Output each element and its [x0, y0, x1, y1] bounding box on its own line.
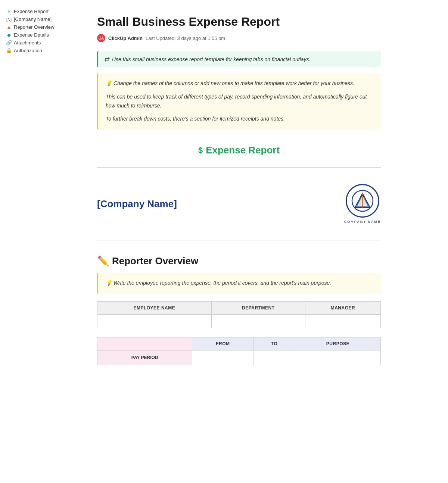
main-content: Small Business Expense Report CA ClickUp…	[67, 0, 403, 483]
company-name: [Company Name]	[97, 198, 177, 210]
reporter-hint-box: 💡 Write the employee reporting the expen…	[97, 273, 381, 294]
company-icon: [N]	[6, 17, 12, 22]
employee-table-data-row	[97, 314, 381, 328]
lightbulb-icon: 💡	[106, 80, 112, 86]
divider-1	[97, 167, 381, 168]
reporter-hint-text: 💡 Write the employee reporting the expen…	[106, 279, 373, 288]
cell-manager[interactable]	[305, 314, 380, 328]
pencil-icon: ▲	[6, 24, 12, 30]
divider-2	[97, 240, 381, 240]
pay-period-data-row: PAY PERIOD	[97, 350, 381, 365]
swap-icon: ⇄	[104, 56, 109, 63]
sidebar-item-reporter-overview[interactable]: ▲ Reporter Overview	[6, 23, 61, 31]
yellow-info-box: 💡 Change the names of the columns or add…	[97, 73, 381, 130]
col-to: TO	[253, 337, 295, 350]
reporter-heading: ✏️ Reporter Overview	[97, 255, 381, 267]
diamond-icon: ◆	[6, 32, 12, 38]
logo-svg	[351, 190, 374, 212]
pay-period-table: FROM TO PURPOSE PAY PERIOD	[97, 337, 381, 365]
page-title: Small Business Expense Report	[97, 15, 381, 29]
sidebar-item-expense-report[interactable]: $ Expense Report	[6, 7, 61, 15]
last-updated: Last Updated: 3 days ago at 1:55 pm	[146, 35, 225, 41]
logo-circle	[346, 184, 379, 218]
yellow-para-1: 💡 Change the names of the columns or add…	[106, 79, 373, 88]
company-section: [Company Name] COMPANY NAME	[97, 177, 381, 231]
green-info-text: Use this small business expense report t…	[112, 56, 311, 62]
avatar: CA	[97, 34, 105, 42]
sidebar-item-attachments[interactable]: 🔗 Attachments	[6, 39, 61, 47]
dollar-icon: $	[6, 9, 12, 14]
company-logo: COMPANY NAME	[344, 184, 381, 224]
author-name: ClickUp Admin	[108, 35, 143, 41]
yellow-para-3: To further break down costs, there's a s…	[106, 115, 373, 124]
green-info-box: ⇄ Use this small business expense report…	[97, 51, 381, 67]
meta-row: CA ClickUp Admin Last Updated: 3 days ag…	[97, 34, 381, 42]
cell-purpose[interactable]	[295, 350, 380, 365]
link-icon: 🔗	[6, 40, 12, 46]
cell-employee-name[interactable]	[97, 314, 212, 328]
sidebar-item-expense-details[interactable]: ◆ Expense Details	[6, 31, 61, 39]
cell-from[interactable]	[192, 350, 253, 365]
col-employee-name: EMPLOYEE NAME	[97, 301, 212, 314]
sidebar-item-company-name[interactable]: [N] [Company Name]	[6, 15, 61, 23]
col-manager: MANAGER	[305, 301, 380, 314]
section-dollar-icon: $	[198, 146, 203, 155]
pay-period-header-row: FROM TO PURPOSE	[97, 337, 381, 350]
expense-report-heading: $ Expense Report	[97, 144, 381, 156]
employee-table-header-row: EMPLOYEE NAME DEPARTMENT MANAGER	[97, 301, 381, 314]
logo-text: COMPANY NAME	[344, 220, 381, 224]
cell-pay-period: PAY PERIOD	[97, 350, 192, 365]
lock-icon: 🔒	[6, 48, 12, 53]
sidebar-item-authorization[interactable]: 🔒 Authorization	[6, 47, 61, 54]
col-department: DEPARTMENT	[211, 301, 305, 314]
yellow-para-2: This can be used to keep track of differ…	[106, 93, 373, 110]
cell-to[interactable]	[253, 350, 295, 365]
col-from: FROM	[192, 337, 253, 350]
cell-department[interactable]	[211, 314, 305, 328]
sidebar: $ Expense Report [N] [Company Name] ▲ Re…	[0, 0, 67, 483]
employee-table: EMPLOYEE NAME DEPARTMENT MANAGER	[97, 301, 381, 328]
pencil-emoji-icon: ✏️	[97, 255, 109, 267]
hint-icon: 💡	[106, 280, 112, 286]
col-pay-period-label	[97, 337, 192, 350]
col-purpose: PURPOSE	[295, 337, 380, 350]
